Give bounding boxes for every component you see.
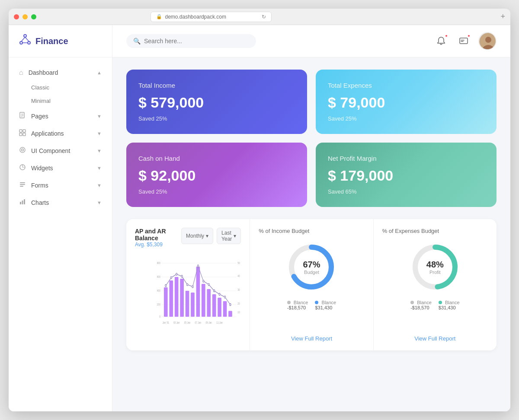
sidebar-item-forms[interactable]: Forms ▼ [9, 177, 112, 194]
svg-point-66 [224, 296, 225, 298]
svg-point-0 [24, 35, 26, 37]
legend-item: Blance -$18,570 [287, 300, 308, 310]
svg-point-25 [485, 37, 491, 43]
svg-text:50: 50 [237, 261, 240, 264]
svg-text:600: 600 [157, 275, 161, 278]
svg-point-60 [192, 286, 193, 288]
forms-icon [19, 181, 26, 190]
stat-card-value: $ 179,000 [328, 167, 484, 184]
donut2-wrapper: 48% Profit [409, 241, 461, 293]
sidebar-item-pages[interactable]: Pages ▼ [9, 108, 112, 125]
donut1-wrapper: 67% Budget [285, 241, 337, 293]
maximize-button[interactable] [31, 14, 36, 19]
chevron-down-icon: ▾ [234, 233, 236, 239]
sidebar-item-label: Charts [31, 199, 97, 206]
svg-point-56 [170, 277, 172, 279]
chevron-down-icon: ▼ [97, 200, 102, 205]
notifications-button[interactable] [433, 33, 449, 49]
svg-line-4 [25, 37, 29, 41]
svg-rect-20 [20, 202, 21, 204]
svg-text:05 Jan: 05 Jan [184, 321, 191, 324]
svg-text:400: 400 [157, 289, 161, 292]
legend-item: Blance -$18,570 [410, 300, 432, 310]
sidebar-item-applications[interactable]: Applications ▼ [9, 125, 112, 142]
avatar[interactable] [478, 32, 497, 50]
donut2-legend: Blance -$18,570 Blance $31,430 [410, 300, 459, 310]
sidebar-item-charts[interactable]: Charts ▼ [9, 194, 112, 211]
year-filter[interactable]: Last Year ▾ [217, 228, 241, 244]
minimize-button[interactable] [22, 14, 28, 19]
chevron-down-icon: ▾ [206, 233, 208, 239]
view-full-report-1[interactable]: View Full Report [291, 335, 332, 342]
view-full-report-2[interactable]: View Full Report [414, 335, 455, 342]
search-input[interactable] [144, 38, 249, 45]
sidebar-sub-classic[interactable]: Classic [9, 81, 112, 94]
donut1-label: Budget [303, 270, 320, 275]
titlebar: 🔒 demo.dashboardpack.com ↻ + [9, 9, 510, 25]
url-text: demo.dashboardpack.com [165, 14, 226, 20]
chevron-down-icon: ▼ [97, 165, 102, 171]
svg-rect-54 [228, 311, 232, 317]
donut1-panel: % of Income Budget 67% Budget [250, 219, 373, 350]
chevron-down-icon: ▼ [97, 148, 102, 153]
ui-component-icon [19, 146, 26, 155]
content-area: Total Income $ 579,000 Saved 25% Total E… [112, 57, 510, 411]
svg-text:40: 40 [237, 274, 240, 277]
stat-card-sub: Saved 25% [138, 188, 295, 195]
home-icon: ⌂ [19, 69, 23, 76]
stat-card-net-profit: Net Profit Margin $ 179,000 Saved 65% [316, 143, 497, 207]
nav: ⌂ Dashboard ▲ Classic Minimal [9, 57, 112, 411]
legend-dot [439, 301, 442, 304]
svg-rect-50 [207, 289, 211, 317]
lock-icon: 🔒 [156, 14, 162, 19]
header: 🔍 [112, 25, 510, 57]
donut1-pct: 67% [303, 260, 320, 270]
sidebar-item-ui-component[interactable]: UI Component ▼ [9, 142, 112, 159]
svg-rect-12 [19, 133, 22, 136]
sidebar-item-label: Pages [31, 113, 97, 120]
donut2-label: Profit [426, 270, 444, 275]
sidebar-item-label: Widgets [31, 165, 97, 172]
refresh-icon[interactable]: ↻ [262, 14, 266, 20]
app-window: 🔒 demo.dashboardpack.com ↻ + [9, 9, 510, 411]
main-content: 🔍 [112, 25, 510, 411]
stat-card-total-income: Total Income $ 579,000 Saved 25% [126, 70, 307, 134]
stat-card-sub: Saved 25% [138, 115, 295, 122]
svg-point-67 [230, 304, 231, 306]
svg-rect-48 [196, 267, 200, 317]
chart-title-area: AP and AR Balance Avg. $5,309 [135, 228, 181, 253]
donut2-pct: 48% [426, 260, 444, 270]
svg-text:20: 20 [237, 302, 240, 305]
chart-filters: Monthly ▾ Last Year ▾ [181, 228, 241, 244]
sidebar-item-widgets[interactable]: Widgets ▼ [9, 159, 112, 177]
svg-line-3 [21, 37, 25, 41]
svg-rect-51 [212, 294, 216, 317]
close-button[interactable] [14, 14, 19, 19]
svg-rect-22 [24, 199, 25, 204]
sidebar: Finance ⌂ Dashboard ▲ Classic Minimal [9, 25, 112, 411]
svg-text:30: 30 [237, 288, 240, 291]
messages-button[interactable] [456, 33, 471, 49]
chevron-down-icon: ▼ [97, 183, 102, 188]
svg-text:10: 10 [237, 310, 240, 314]
chevron-down-icon: ▼ [97, 114, 102, 119]
notification-badge [445, 34, 448, 38]
charts-icon [19, 198, 26, 207]
monthly-filter[interactable]: Monthly ▾ [181, 228, 213, 244]
search-icon: 🔍 [133, 38, 141, 45]
logo-icon [19, 34, 31, 48]
svg-rect-11 [23, 130, 26, 132]
logo-text: Finance [35, 36, 68, 46]
new-tab-button[interactable]: + [500, 12, 505, 21]
sidebar-item-dashboard[interactable]: ⌂ Dashboard ▲ [9, 64, 112, 81]
messages-badge [467, 34, 471, 38]
svg-point-55 [165, 285, 167, 287]
donut1-legend: Blance -$18,570 Blance $31,430 [287, 300, 336, 310]
sidebar-sub-minimal[interactable]: Minimal [9, 94, 112, 108]
search-box[interactable]: 🔍 [126, 34, 256, 48]
bar-chart-container: 800 600 400 200 0 50 40 30 20 10 [135, 255, 241, 342]
donut2-title: % of Expenses Budget [382, 228, 439, 234]
stat-card-title: Total Expences [328, 82, 484, 89]
svg-rect-46 [186, 291, 189, 317]
url-bar[interactable]: 🔒 demo.dashboardpack.com ↻ [151, 12, 272, 22]
